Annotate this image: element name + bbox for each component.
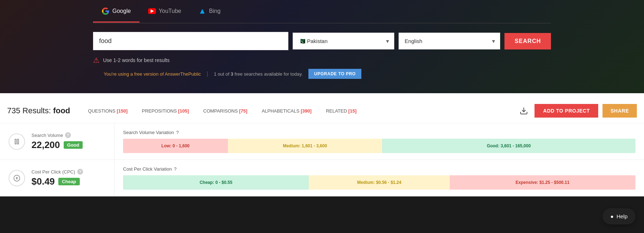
tab-google-label: Google [112, 8, 131, 14]
cpc-card: Cost Per Click (CPC) ? $0.49 Cheap Cost … [0, 160, 644, 196]
bar-low: Low: 0 - 1,600 [123, 139, 228, 153]
notice-divider: | [207, 71, 208, 77]
cpc-variation-title: Cost Per Click Variation ? [123, 166, 635, 172]
cpc-badge: Cheap [58, 178, 80, 185]
tab-bing-label: Bing [209, 8, 220, 14]
results-section: 735 Results: food QUESTIONS [150] PREPOS… [0, 93, 644, 196]
warning-icon: ⚠ [93, 56, 99, 65]
comparisons-count: [75] [239, 108, 247, 114]
search-input[interactable] [93, 32, 288, 50]
cpc-info: Cost Per Click (CPC) ? $0.49 Cheap [31, 169, 106, 187]
cpc-value: $0.49 Cheap [31, 176, 106, 187]
search-volume-variation-title: Search Volume Variation ? [123, 130, 635, 135]
search-volume-value: 22,200 Good [31, 139, 106, 151]
bar-medium: Medium: 1,601 - 3,600 [228, 139, 382, 153]
upgrade-to-pro-button[interactable]: UPGRADE TO PRO [308, 69, 361, 79]
results-keyword: food [53, 106, 70, 115]
nav-tab-comparisons[interactable]: COMPARISONS [75] [196, 106, 254, 116]
related-count: [15] [348, 108, 356, 114]
search-volume-info: Search Volume ? 22,200 Good [31, 132, 106, 151]
bing-icon: ▲ [198, 6, 206, 16]
prepositions-count: [105] [178, 108, 189, 114]
bar-expensive: Expensive: $1.25 - $500.11 [450, 175, 635, 190]
svg-rect-1 [15, 139, 16, 144]
cpc-right: Cost Per Click Variation ? Cheap: 0 - $0… [114, 160, 644, 196]
bar-medium-cpc: Medium: $0.56 - $1.24 [309, 175, 449, 190]
cpc-variation-bar: Cheap: 0 - $0.55 Medium: $0.56 - $1.24 E… [123, 175, 635, 190]
variation-help-icon[interactable]: ? [176, 130, 179, 135]
search-volume-left: Search Volume ? 22,200 Good [0, 123, 114, 160]
search-volume-bar: Low: 0 - 1,600 Medium: 1,601 - 3,600 Goo… [123, 139, 635, 153]
country-select[interactable]: 🇵🇰 Pakistan 🇺🇸 United States 🇬🇧 United K… [293, 33, 394, 49]
results-title: 735 Results: food [7, 106, 70, 115]
metrics-row: Search Volume ? 22,200 Good Search Volum… [0, 123, 644, 196]
nav-tab-prepositions[interactable]: PREPOSITIONS [105] [135, 106, 196, 116]
search-volume-right: Search Volume Variation ? Low: 0 - 1,600… [114, 123, 644, 160]
warning-text: Use 1-2 words for best results [103, 57, 170, 63]
cpc-label: Cost Per Click (CPC) ? [31, 169, 106, 175]
add-to-project-button[interactable]: ADD TO PROJECT [535, 104, 598, 118]
cpc-left: Cost Per Click (CPC) ? $0.49 Cheap [0, 160, 114, 196]
search-volume-icon [9, 133, 25, 150]
nav-tab-related[interactable]: RELATED [15] [319, 106, 364, 116]
search-button[interactable]: SEARCH [504, 33, 551, 49]
free-version-notice: You're using a free version of AnswerThe… [104, 71, 201, 77]
alphabeticals-count: [390] [301, 108, 312, 114]
search-volume-help-icon[interactable]: ? [65, 132, 71, 138]
search-volume-card: Search Volume ? 22,200 Good Search Volum… [0, 123, 644, 160]
country-select-wrapper: 🇵🇰 Pakistan 🇺🇸 United States 🇬🇧 United K… [293, 33, 394, 49]
nav-tab-questions[interactable]: QUESTIONS [150] [81, 106, 135, 116]
cpc-icon [9, 170, 25, 186]
tab-youtube[interactable]: YouTube [140, 1, 190, 22]
language-select-wrapper: English Urdu Arabic ▼ [399, 33, 500, 49]
download-icon[interactable] [517, 104, 530, 117]
results-header: 735 Results: food QUESTIONS [150] PREPOS… [0, 100, 644, 123]
svg-rect-2 [18, 139, 19, 144]
searches-available-text: 1 out of 3 free searches available for t… [214, 71, 303, 77]
language-select[interactable]: English Urdu Arabic [399, 33, 500, 49]
results-nav-tabs: QUESTIONS [150] PREPOSITIONS [105] COMPA… [81, 106, 517, 116]
cpc-variation-help-icon[interactable]: ? [174, 166, 176, 172]
questions-count: [150] [117, 108, 127, 114]
header-actions: ADD TO PROJECT SHARE [517, 104, 637, 118]
search-volume-badge: Good [64, 141, 83, 149]
youtube-play-triangle [151, 9, 154, 13]
bar-cheap: Cheap: 0 - $0.55 [123, 175, 309, 190]
tab-youtube-label: YouTube [159, 8, 181, 14]
share-button[interactable]: SHARE [602, 104, 637, 118]
nav-tab-alphabeticals[interactable]: ALPHABETICALS [390] [254, 106, 318, 116]
tab-google[interactable]: Google [93, 1, 140, 23]
bar-good: Good: 3,601 - 165,000 [382, 139, 635, 153]
search-volume-label: Search Volume ? [31, 132, 106, 138]
youtube-icon [148, 8, 156, 14]
tab-bing[interactable]: ▲ Bing [190, 0, 229, 23]
cpc-help-icon[interactable]: ? [77, 169, 83, 175]
